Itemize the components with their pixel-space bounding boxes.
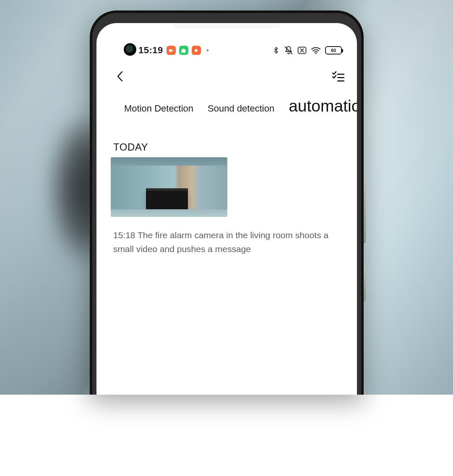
close-box-icon [297,47,307,54]
svg-rect-0 [169,49,172,52]
status-bar-left: 15:19 [138,45,208,56]
event-caption: 15:18 The fire alarm camera in the livin… [113,229,340,256]
recent-app-icon[interactable] [167,46,176,55]
select-list-button[interactable] [331,69,345,83]
notch [172,23,281,28]
tab-sound-detection[interactable]: Sound detection [208,103,274,114]
tab-motion-detection[interactable]: Motion Detection [124,103,193,114]
recent-app-icon[interactable] [179,46,188,55]
phone-side-button [364,176,366,243]
battery-percent: 60 [331,48,336,53]
svg-point-1 [195,49,198,52]
phone-side-button [364,265,366,301]
wifi-icon [311,46,321,55]
mute-icon [284,46,293,55]
status-bar: 15:19 [96,43,357,57]
phone-mockup: 15:19 [90,10,364,395]
more-apps-indicator [207,49,208,51]
nav-bar [96,66,357,87]
back-button[interactable] [113,69,128,83]
tab-automation[interactable]: automation [289,97,357,115]
status-bar-right: 60 [272,46,342,55]
event-thumbnail[interactable] [111,157,227,217]
status-time: 15:19 [138,45,163,56]
battery-indicator: 60 [325,46,342,55]
section-header-today: TODAY [113,141,148,153]
phone-screen: 15:19 [96,23,357,395]
tab-bar: Motion Detection Sound detection automat… [96,97,357,115]
thumbnail-image [111,209,227,217]
svg-point-3 [315,53,317,55]
background-bottom [0,395,453,476]
thumbnail-image [111,157,227,217]
recent-app-icon[interactable] [192,46,201,55]
bluetooth-icon [272,46,280,55]
